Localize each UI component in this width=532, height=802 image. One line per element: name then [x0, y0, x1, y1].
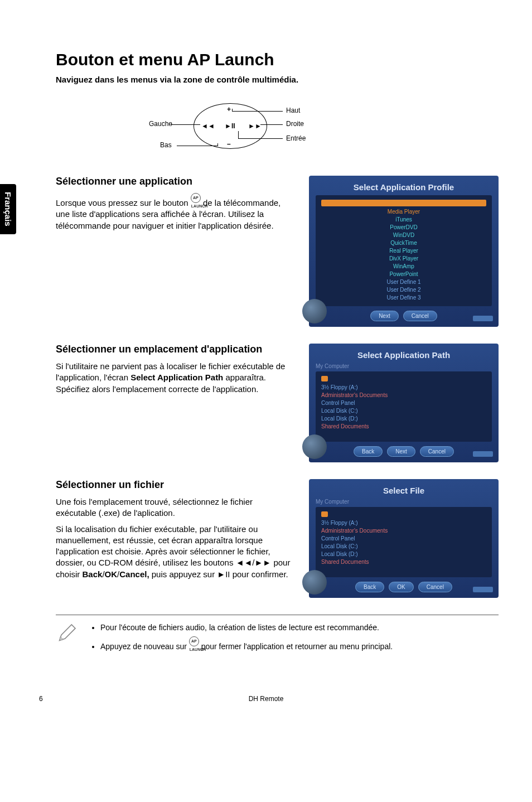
note-2b: pour fermer l'application et retourner a… [199, 642, 393, 651]
volume-up-icon: + [227, 105, 231, 113]
s1-heading: Sélectionner une application [56, 176, 292, 187]
s1-text-a: Lorsque vous pressez sur le bouton [56, 198, 191, 207]
s2-bold: Select Application Path [130, 373, 223, 382]
ss3-cancel-button: Cancel [418, 582, 452, 592]
section-select-application: Sélectionner une application Lorsque vou… [56, 176, 499, 327]
ss2-next-button: Next [387, 446, 415, 457]
prev-glyph: ◄◄ [236, 558, 253, 567]
ss3-selected-mark [321, 511, 328, 517]
note-1: Pour l'écoute de fichiers audio, la créa… [100, 622, 393, 633]
ss1-next-button: Next [370, 311, 399, 321]
s2-heading: Sélectionner un emplacement d'applicatio… [56, 344, 292, 355]
ss1-item: QuickTime [321, 239, 486, 247]
s3-text-d: pour confirmer. [230, 569, 288, 579]
prev-icon: ◄◄ [201, 122, 215, 130]
screenshot-path: Select Application Path My Computer 3½ F… [309, 344, 499, 462]
screenshot-profile: Select Application Profile Media Player … [309, 176, 499, 327]
s1-paragraph: Lorsque vous pressez sur le bouton AP LA… [56, 193, 292, 231]
page-number: 6 [0, 695, 106, 703]
ss1-item: User Define 3 [321, 294, 486, 302]
section-select-file: Sélectionner un fichier Une fois l'empla… [56, 479, 499, 598]
ss1-item: PowerPoint [321, 270, 486, 278]
ss2-item: Local Disk (D:) [321, 415, 486, 423]
ss3-ok-button: OK [389, 582, 413, 592]
doc-name: DH Remote [106, 695, 426, 703]
ss1-item: User Define 1 [321, 278, 486, 286]
nav-instruction: Naviguez dans les menus via la zone de c… [56, 75, 499, 84]
s3-paragraph-2: Si la localisation du fichier exécutable… [56, 524, 292, 580]
play-pause-icon: ►II [225, 122, 235, 130]
s3-bold-b: OK [105, 569, 118, 579]
ss2-selected-mark [321, 376, 328, 381]
s3-paragraph-1: Une fois l'emplacement trouvé, sélection… [56, 496, 292, 519]
s3-heading: Sélectionner un fichier [56, 479, 292, 491]
note-2a: Appuyez de nouveau sur [100, 642, 189, 651]
play-glyph: ►II [217, 569, 230, 579]
notes-block: Pour l'écoute de fichiers audio, la créa… [56, 615, 499, 656]
volume-down-icon: – [227, 140, 231, 148]
ss1-item: DivX Player [321, 255, 486, 263]
ss2-item: Administrator's Documents [321, 392, 486, 399]
s3-bold-a: Back [83, 569, 103, 579]
ss2-item: Shared Documents [321, 423, 486, 431]
ss1-cancel-button: Cancel [403, 311, 437, 321]
ss3-item: Local Disk (C:) [321, 543, 486, 550]
ss2-cancel-button: Cancel [420, 446, 454, 457]
note-2: Appuyez de nouveau sur AP LAUNCH pour fe… [100, 636, 393, 652]
s3-bold-c: Cancel, [119, 569, 149, 579]
ss1-item: iTunes [321, 216, 486, 224]
next-icon: ►► [248, 122, 262, 130]
ss1-item: Media Player [321, 208, 486, 216]
ap-launch-icon: AP LAUNCH [189, 636, 199, 646]
ss1-title: Select Application Profile [316, 182, 492, 192]
ss2-subtitle: My Computer [316, 363, 492, 369]
ss1-item: User Define 2 [321, 286, 486, 294]
ss3-item: Shared Documents [321, 558, 486, 566]
ss1-item: WinDVD [321, 231, 486, 239]
ss3-back-button: Back [355, 582, 384, 592]
label-haut: Haut [286, 107, 300, 114]
control-diagram: + – ◄◄ ►II ►► Haut Droite Entrée Gauche … [56, 92, 499, 159]
label-bas: Bas [160, 141, 172, 149]
pencil-note-icon [56, 622, 81, 646]
label-droite: Droite [286, 120, 304, 128]
screenshot-file: Select File My Computer 3½ Floppy (A:) A… [309, 479, 499, 598]
ss-brand-icon [473, 587, 493, 592]
ss1-selected-row [321, 200, 486, 206]
ss2-back-button: Back [354, 446, 383, 457]
ss3-item: Administrator's Documents [321, 527, 486, 535]
next-glyph: ►► [255, 558, 272, 567]
ss2-item: 3½ Floppy (A:) [321, 384, 486, 392]
ss2-item: Control Panel [321, 399, 486, 407]
label-entree: Entrée [286, 134, 306, 142]
ss-brand-icon [473, 316, 493, 321]
s3-text-c: puis appuyez sur [149, 569, 217, 579]
ss3-title: Select File [316, 486, 492, 495]
ss1-item: PowerDVD [321, 224, 486, 231]
ss2-title: Select Application Path [316, 350, 492, 360]
ss-orb-icon [302, 299, 327, 323]
ss-orb-icon [302, 434, 327, 459]
ss3-item: Local Disk (D:) [321, 550, 486, 558]
label-gauche: Gauche [149, 120, 172, 128]
ss3-subtitle: My Computer [316, 499, 492, 505]
language-tab: Français [0, 184, 16, 234]
page-footer: 6 DH Remote [0, 695, 532, 703]
s2-paragraph: Si l'utilitaire ne parvient pas à locali… [56, 361, 292, 395]
ss1-item: WinAmp [321, 263, 486, 270]
ss3-item: Control Panel [321, 535, 486, 543]
ss1-item: Real Player [321, 247, 486, 255]
section-select-path: Sélectionner un emplacement d'applicatio… [56, 344, 499, 462]
ss-brand-icon [473, 451, 493, 457]
ss-orb-icon [302, 570, 327, 595]
ss2-item: Local Disk (C:) [321, 407, 486, 415]
ap-launch-icon: AP LAUNCH [191, 193, 201, 203]
page-title: Bouton et menu AP Launch [56, 50, 499, 69]
ss3-item: 3½ Floppy (A:) [321, 519, 486, 527]
